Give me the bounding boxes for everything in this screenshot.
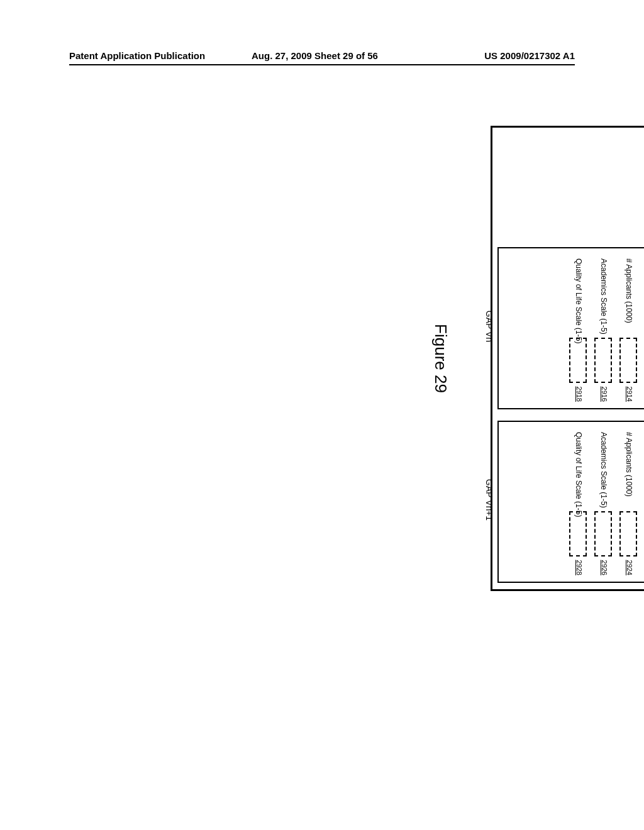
- header-publication: Patent Application Publication: [69, 50, 245, 64]
- gap-vn1-panel: School List 2908 2932 State 2920: [497, 421, 644, 583]
- gap-vn-attr-enrolled: Enrolled % 2912: [640, 258, 644, 401]
- attr-field-academics[interactable]: [594, 511, 612, 556]
- figure-caption: Figure 29: [431, 126, 450, 591]
- attr-label: Quality of Life Scale (1-5): [574, 432, 583, 517]
- gap-vn1-attr-academics: Academics Scale (1-5) 2926: [589, 432, 613, 574]
- ref-2924-label: 2924: [626, 560, 633, 575]
- gap-vn-attr-academics: Academics Scale (1-5) 2916: [589, 258, 613, 401]
- gap-vn-caption: GAP Vn: [484, 245, 494, 407]
- attr-label: # Applicants (1000): [625, 258, 633, 323]
- attr-field-qol[interactable]: [569, 511, 587, 556]
- ref-2918-label: 2918: [575, 387, 583, 402]
- ref-2928-label: 2928: [575, 560, 583, 575]
- attr-field-applicants[interactable]: [619, 338, 637, 383]
- ref-2916-label: 2916: [601, 387, 608, 402]
- ref-2914-label: 2914: [626, 387, 633, 402]
- gap-vn-attr-applicants: # Applicants (1000) 2914: [614, 258, 638, 401]
- gap-vn1-attributes: State 2920 Enrolled % 2922 # Applicants …: [563, 432, 644, 574]
- attr-field-academics[interactable]: [594, 338, 612, 383]
- page-header: Patent Application Publication Aug. 27, …: [69, 50, 575, 65]
- gap-vn-attr-qol: Quality of Life Scale (1-5) 2918: [564, 258, 588, 401]
- gap-vn1-attr-applicants: # Applicants (1000) 2924: [614, 432, 638, 574]
- figure-29-inner: 2900 Display 2902 Set Similarity Thresho…: [289, 126, 644, 591]
- gap-vn1-attr-enrolled: Enrolled % 2922: [640, 432, 644, 574]
- page: Patent Application Publication Aug. 27, …: [0, 0, 644, 830]
- ref-2926-label: 2926: [601, 560, 608, 575]
- header-pub-number: US 2009/0217302 A1: [462, 50, 575, 64]
- gap-vn1-attr-qol: Quality of Life Scale (1-5) 2928: [564, 432, 588, 574]
- figure-29: 2900 Display 2902 Set Similarity Thresho…: [245, 358, 644, 824]
- attr-label: Academics Scale (1-5): [599, 432, 608, 508]
- display-frame: Display 2902 Set Similarity Threshold 29…: [491, 126, 644, 591]
- gap-vn-attributes: State 2910 Enrolled % 2912 # Applicants …: [563, 258, 644, 401]
- attr-label: # Applicants (1000): [625, 432, 633, 497]
- gap-vn-panel: School List 2906 2930 State 2910 Enrolle…: [497, 247, 644, 409]
- gap-vn1-caption: GAP Vn+1: [484, 419, 494, 581]
- attr-label: Academics Scale (1-5): [599, 258, 608, 335]
- header-date-sheet: Aug. 27, 2009 Sheet 29 of 56: [245, 50, 462, 64]
- attr-field-applicants[interactable]: [619, 511, 637, 556]
- attr-field-qol[interactable]: [569, 338, 587, 383]
- attr-label: Quality of Life Scale (1-5): [574, 258, 583, 343]
